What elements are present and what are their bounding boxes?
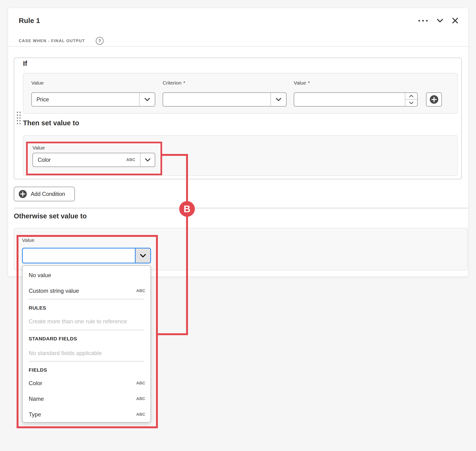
- menu-option-color[interactable]: Color ABC: [29, 378, 145, 388]
- drag-handle[interactable]: [16, 110, 21, 124]
- annotation-connector-vertical: [186, 154, 188, 335]
- option-label: Name: [29, 395, 44, 402]
- option-label: Custom string value: [29, 288, 79, 294]
- if-value-chevron[interactable]: [139, 93, 155, 106]
- menu-option-custom-string[interactable]: Custom string value ABC: [29, 286, 145, 296]
- if-value2-number-input[interactable]: [294, 92, 418, 106]
- annotation-connector-bottom: [158, 333, 188, 335]
- plus-circle-icon: [430, 95, 438, 104]
- required-asterisk: *: [308, 80, 310, 86]
- chevron-down-icon: [437, 19, 443, 23]
- annotation-letter: B: [184, 204, 191, 214]
- criterion-selected: [163, 93, 270, 106]
- menu-separator: [29, 299, 144, 299]
- stepper-down-button[interactable]: [405, 100, 417, 106]
- chevron-down-icon: [409, 102, 413, 104]
- criterion-select[interactable]: [163, 92, 287, 106]
- string-type-badge: ABC: [136, 288, 145, 293]
- option-label: No value: [29, 272, 51, 279]
- then-value-selected: Color: [38, 157, 51, 163]
- annotation-badge: B: [179, 201, 195, 217]
- criterion-label-row: Criterion*: [163, 80, 185, 86]
- then-value-label: Value: [32, 145, 45, 151]
- rule-subtitle: CASE WHEN - FINAL OUTPUT: [19, 39, 85, 43]
- help-glyph: ?: [98, 38, 101, 44]
- then-value-main: Color ABC: [33, 153, 140, 167]
- string-type-badge: ABC: [126, 157, 135, 162]
- if-value-label: Value: [31, 80, 44, 86]
- group-header-label: RULES: [29, 305, 46, 311]
- hint-label: No standard fields applicable: [29, 350, 102, 357]
- menu-option-type[interactable]: Type ABC: [29, 409, 145, 420]
- more-dots: [418, 20, 428, 22]
- close-x-icon: [452, 17, 458, 24]
- required-asterisk: *: [183, 80, 185, 86]
- string-type-badge: ABC: [136, 381, 145, 386]
- then-value-select[interactable]: Color ABC: [32, 153, 155, 167]
- number-stepper: [405, 93, 417, 106]
- if-value2-label: Value: [294, 80, 306, 86]
- menu-group-standard-fields: STANDARD FIELDS: [29, 334, 145, 344]
- menu-separator: [29, 330, 144, 330]
- otherwise-value-select[interactable]: [22, 248, 151, 263]
- menu-hint-rules: Create more than one rule to reference: [29, 316, 145, 327]
- otherwise-heading: Otherwise set value to: [14, 212, 87, 220]
- chevron-down-icon: [140, 254, 146, 257]
- chevron-down-icon: [276, 98, 281, 101]
- otherwise-value-label: Value: [22, 237, 34, 243]
- page: Rule 1 CASE WHEN - FINAL OUTPUT ? If Val…: [0, 0, 476, 451]
- if-value-selected: Price: [32, 93, 139, 106]
- close-icon[interactable]: [451, 16, 459, 25]
- menu-option-no-value[interactable]: No value: [29, 270, 145, 281]
- otherwise-value-selected: [23, 249, 135, 263]
- if-value2-label-row: Value*: [294, 80, 310, 86]
- otherwise-value-chevron[interactable]: [135, 249, 150, 263]
- string-type-badge: ABC: [136, 412, 145, 417]
- menu-separator: [29, 361, 144, 362]
- if-heading: If: [23, 60, 27, 68]
- option-label: Type: [29, 411, 41, 418]
- value-dropdown-menu: No value Custom string value ABC RULES C…: [22, 265, 151, 423]
- menu-hint-standard-fields: No standard fields applicable: [29, 348, 145, 359]
- if-value2-value: [294, 93, 405, 106]
- section-divider: [14, 208, 468, 208]
- more-options-icon[interactable]: [419, 16, 427, 25]
- help-icon[interactable]: ?: [96, 37, 103, 45]
- chevron-up-icon: [409, 95, 413, 97]
- chevron-down-icon: [145, 158, 151, 162]
- hint-label: Create more than one rule to reference: [29, 318, 127, 325]
- group-header-label: STANDARD FIELDS: [29, 336, 77, 342]
- stepper-up-button[interactable]: [405, 93, 417, 100]
- then-value-chevron[interactable]: [140, 153, 155, 167]
- then-heading: Then set value to: [23, 119, 79, 127]
- group-header-label: FIELDS: [29, 367, 47, 373]
- add-condition-button[interactable]: Add Condition: [14, 187, 75, 201]
- chevron-down-icon: [144, 98, 150, 101]
- option-label: Color: [29, 380, 42, 387]
- menu-option-name[interactable]: Name ABC: [29, 394, 145, 404]
- header-divider: [8, 46, 468, 47]
- if-value-select[interactable]: Price: [31, 92, 155, 106]
- plus-circle-icon: [19, 190, 27, 198]
- string-type-badge: ABC: [136, 396, 145, 401]
- add-condition-label: Add Condition: [31, 191, 65, 197]
- criterion-label: Criterion: [163, 80, 181, 86]
- criterion-chevron[interactable]: [270, 93, 286, 106]
- collapse-chevron-icon[interactable]: [436, 16, 444, 25]
- rule-title: Rule 1: [19, 17, 40, 25]
- menu-group-rules: RULES: [29, 303, 145, 313]
- annotation-connector-top: [162, 154, 188, 156]
- add-row-button[interactable]: [426, 92, 442, 106]
- menu-group-fields: FIELDS: [29, 365, 145, 375]
